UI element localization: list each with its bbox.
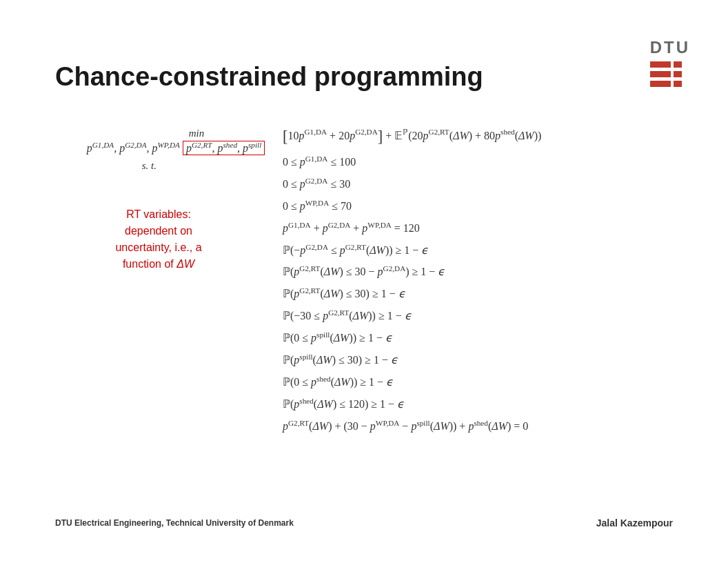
constraint-13: pG2,RT(ΔW) + (30 − pWP,DA − pspill(ΔW)) … (283, 417, 541, 435)
equations: [10pG1,DA + 20pG2,DA] + 𝔼ℙ(20pG2,RT(ΔW) … (283, 124, 541, 435)
left-side: min pG1,DA, pG2,DA, pWP,DA pG2,RT, pshed… (41, 124, 276, 273)
st-label: s. t. (142, 160, 156, 172)
logo-text: DTU (650, 38, 690, 57)
footer-author: Jalal Kazempour (596, 517, 673, 529)
constraint-11: ℙ(0 ≤ pshed(ΔW)) ≥ 1 − ϵ (283, 373, 541, 391)
constraint-4: pG1,DA + pG2,DA + pWP,DA = 120 (283, 219, 541, 237)
constraint-6: ℙ(pG2,RT(ΔW) ≤ 30 − pG2,DA) ≥ 1 − ϵ (283, 263, 541, 281)
min-block: min pG1,DA, pG2,DA, pWP,DA pG2,RT, pshed… (87, 128, 265, 172)
page-title: Chance-constrained programming (55, 62, 483, 92)
constraint-1: 0 ≤ pG1,DA ≤ 100 (283, 153, 541, 171)
var-boxed-group: pG2,RT, pshed, pspill (183, 141, 265, 155)
objective-function: [10pG1,DA + 20pG2,DA] + 𝔼ℙ(20pG2,RT(ΔW) … (283, 124, 541, 149)
logo-stripes (650, 61, 690, 87)
constraint-12: ℙ(pshed(ΔW) ≤ 120) ≥ 1 − ϵ (283, 395, 541, 413)
rt-variables-boxed: pG2,RT, pshed, pspill (183, 141, 265, 155)
footer: DTU Electrical Engineering, Technical Un… (55, 517, 673, 529)
annotation-line1: RT variables: (115, 206, 201, 223)
constraint-5: ℙ(−pG2,DA ≤ pG2,RT(ΔW)) ≥ 1 − ϵ (283, 241, 541, 259)
constraint-3: 0 ≤ pWP,DA ≤ 70 (283, 197, 541, 215)
footer-institution: DTU Electrical Engineering, Technical Un… (55, 518, 294, 528)
constraint-2: 0 ≤ pG2,DA ≤ 30 (283, 175, 541, 193)
variables: pG1,DA, pG2,DA, pWP,DA pG2,RT, pshed, ps… (87, 141, 265, 155)
annotation-line3: uncertainty, i.e., a (115, 239, 201, 256)
constraint-10: ℙ(pspill(ΔW) ≤ 30) ≥ 1 − ϵ (283, 351, 541, 369)
dtu-logo: DTU (650, 38, 690, 87)
constraint-9: ℙ(0 ≤ pspill(ΔW)) ≥ 1 − ϵ (283, 329, 541, 347)
min-label: min (189, 128, 205, 139)
annotation-line4: function of ΔW (115, 256, 201, 273)
annotation-line2: dependent on (115, 223, 201, 239)
constraint-7: ℙ(pG2,RT(ΔW) ≤ 30) ≥ 1 − ϵ (283, 285, 541, 303)
rt-annotation: RT variables: dependent on uncertainty, … (115, 206, 201, 273)
main-content: min pG1,DA, pG2,DA, pWP,DA pG2,RT, pshed… (41, 124, 687, 435)
var-g1da: pG1,DA, pG2,DA, pWP,DA (87, 141, 180, 155)
constraint-8: ℙ(−30 ≤ pG2,RT(ΔW)) ≥ 1 − ϵ (283, 307, 541, 325)
optimization-block: min pG1,DA, pG2,DA, pWP,DA pG2,RT, pshed… (41, 124, 687, 435)
